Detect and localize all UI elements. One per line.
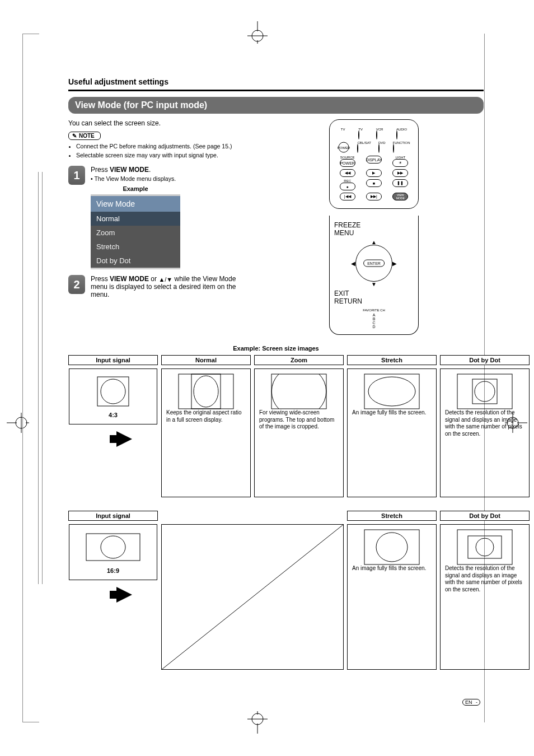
remote-label: TV bbox=[341, 128, 345, 131]
step-sub: The View Mode menu displays. bbox=[91, 175, 180, 182]
remote-label: RETURN bbox=[334, 297, 362, 305]
aspect-169-icon bbox=[85, 530, 141, 564]
remote-label: AUDIO bbox=[396, 128, 407, 131]
fav-a-icon: A bbox=[334, 313, 414, 317]
topic-banner: View Mode (for PC input mode) bbox=[68, 97, 484, 114]
prev-track-icon: |◀◀ bbox=[340, 193, 355, 200]
remote-label: DVD bbox=[378, 141, 386, 144]
page-language-badge: EN bbox=[462, 699, 480, 706]
mode-cell-normal: Keeps the original aspect ratio in a ful… bbox=[161, 368, 251, 497]
svg-rect-34 bbox=[457, 530, 512, 564]
svg-point-30 bbox=[101, 536, 125, 558]
mode-cell-dot: Detects the resolution of the signal and… bbox=[440, 368, 530, 497]
svg-rect-24 bbox=[364, 374, 419, 409]
remote-label: FREEZE bbox=[334, 221, 360, 229]
remote-label: EXIT bbox=[334, 290, 349, 297]
step-1: 1 Press VIEW MODE. The View Mode menu di… bbox=[68, 166, 253, 269]
osd-menu-example: Example View Mode Normal Zoom Stretch Do… bbox=[91, 185, 180, 269]
svg-rect-27 bbox=[472, 379, 497, 404]
remote-top: TV TV VCR AUDIO POWER CBL/SAT DVD FUNCTI… bbox=[329, 119, 419, 209]
pencil-icon: ✎ bbox=[72, 133, 77, 139]
dotbydot-mode-icon bbox=[457, 374, 513, 409]
screens-grid-43: Input signal Normal Zoom Stretch Dot by … bbox=[68, 355, 484, 497]
step-text: Press bbox=[91, 166, 110, 174]
mode-desc: An image fully fills the screen. bbox=[352, 409, 426, 417]
example-label: Example bbox=[91, 185, 180, 192]
col-header: Dot by Dot bbox=[440, 511, 530, 521]
mode-desc: Detects the resolution of the signal and… bbox=[445, 565, 524, 593]
svg-rect-21 bbox=[191, 374, 221, 409]
remote-label: SOURCE bbox=[340, 156, 355, 159]
mode-cell-stretch: An image fully fills the screen. bbox=[347, 368, 437, 497]
indicator-icon bbox=[378, 144, 380, 153]
up-down-arrows-icon: ▲/▼ bbox=[158, 276, 172, 283]
menu-item: Dot by Dot bbox=[91, 254, 180, 268]
note-label: NOTE bbox=[79, 133, 95, 139]
record-icon: ● bbox=[340, 183, 355, 190]
dotbydot-mode-icon bbox=[457, 529, 513, 565]
menu-title: View Mode bbox=[91, 196, 180, 212]
pause-icon: ❚❚ bbox=[392, 179, 408, 187]
normal-mode-icon bbox=[178, 374, 234, 409]
step-text: Press bbox=[91, 275, 110, 283]
svg-point-36 bbox=[476, 538, 494, 556]
screens-grid-169: Input signal Stretch Dot by Dot 16:9 bbox=[68, 511, 484, 670]
indicator-icon bbox=[358, 130, 359, 139]
indicator-icon bbox=[376, 130, 377, 139]
mode-desc: An image fully fills the screen. bbox=[352, 565, 426, 572]
power-icon: POWER bbox=[338, 141, 350, 153]
enter-button-icon: ENTER bbox=[363, 260, 385, 267]
mode-cell-zoom: For viewing wide-screen programs. The to… bbox=[254, 368, 344, 497]
col-header: Dot by Dot bbox=[440, 355, 530, 365]
svg-point-25 bbox=[368, 377, 415, 406]
up-arrow-icon: ▲ bbox=[371, 239, 377, 245]
arrow-right-icon bbox=[116, 587, 132, 603]
left-arrow-icon: ◀ bbox=[351, 260, 355, 267]
svg-rect-20 bbox=[179, 374, 233, 409]
mode-cell-dot: Detects the resolution of the signal and… bbox=[440, 524, 530, 670]
view-mode-button-icon: VIEW MODE bbox=[392, 193, 408, 200]
crop-mark-bottom bbox=[227, 711, 288, 734]
col-header: Input signal bbox=[68, 511, 158, 521]
svg-rect-29 bbox=[86, 534, 140, 561]
input-signal-cell: 16:9 bbox=[68, 524, 158, 670]
fav-c-icon: C bbox=[334, 321, 414, 325]
remote-label: VCR bbox=[376, 128, 383, 131]
note-item: Selectable screen size may vary with inp… bbox=[76, 151, 247, 159]
step-bold: VIEW MODE bbox=[110, 275, 149, 283]
step-text: . bbox=[149, 166, 151, 174]
mode-cell-stretch: An image fully fills the screen. bbox=[347, 524, 437, 670]
dpad-icon: ENTER ▲ ▼ ◀ ▶ bbox=[349, 238, 399, 288]
col-header: Stretch bbox=[347, 511, 437, 521]
svg-point-28 bbox=[475, 381, 495, 402]
power-button-icon: POWER bbox=[340, 159, 355, 167]
diagonal-cell-icon bbox=[161, 524, 344, 670]
fast-forward-icon: ▶▶ bbox=[392, 169, 408, 177]
arrow-right-icon bbox=[116, 431, 132, 447]
remote-label: FAVORITE CH bbox=[363, 309, 385, 312]
svg-text:POWER: POWER bbox=[338, 146, 350, 150]
col-header: Input signal bbox=[68, 355, 158, 365]
next-track-icon: ▶▶| bbox=[366, 193, 382, 200]
binding-spine bbox=[22, 34, 39, 722]
right-arrow-icon: ▶ bbox=[392, 260, 397, 267]
step-bold: VIEW MODE bbox=[110, 166, 149, 174]
step-text: or bbox=[149, 275, 158, 283]
step-number: 2 bbox=[68, 275, 85, 294]
svg-point-19 bbox=[101, 379, 125, 404]
menu-item: Normal bbox=[91, 212, 180, 226]
col-header: Normal bbox=[161, 355, 251, 365]
mode-desc: Keeps the original aspect ratio in a ful… bbox=[166, 409, 246, 423]
light-button-icon: ☀ bbox=[392, 159, 408, 167]
menu-item: Stretch bbox=[91, 240, 180, 254]
section-title: Useful adjustment settings bbox=[68, 77, 484, 86]
stretch-mode-icon bbox=[364, 374, 420, 409]
indicator-icon bbox=[396, 130, 397, 139]
rewind-icon: ◀◀ bbox=[340, 169, 355, 177]
menu-item: Zoom bbox=[91, 226, 180, 240]
svg-point-22 bbox=[194, 376, 218, 407]
col-header-blank bbox=[161, 511, 344, 521]
divider bbox=[68, 90, 484, 91]
fav-d-icon: D bbox=[334, 325, 414, 329]
play-icon: ▶ bbox=[366, 169, 382, 177]
